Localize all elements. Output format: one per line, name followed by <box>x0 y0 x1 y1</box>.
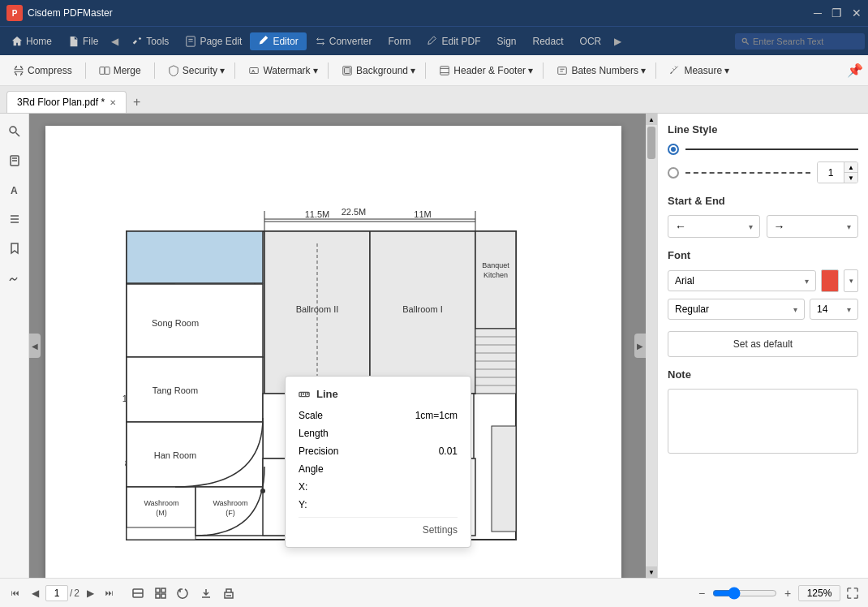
background-btn[interactable]: Background ▾ <box>333 62 420 80</box>
start-end-section: Start & End ← ▾ → ▾ <box>668 195 858 238</box>
toolbar: Compress Merge Security ▾ Watermark ▾ Ba… <box>0 55 868 86</box>
menu-item-form[interactable]: Form <box>380 32 419 50</box>
fullscreen-btn[interactable] <box>844 584 862 602</box>
compress-btn[interactable]: Compress <box>5 62 80 80</box>
dash-increment-btn[interactable]: ▲ <box>844 162 857 173</box>
dashed-radio[interactable] <box>668 167 679 179</box>
pdf-canvas: 22.5M 11.5M 11M Ballroom II <box>29 114 646 578</box>
menu-item-file[interactable]: File <box>60 32 106 50</box>
line-popup: Line Scale 1cm=1cm Length Precision 0.01 <box>285 376 471 548</box>
watermark-btn[interactable]: Watermark ▾ <box>240 62 323 80</box>
v-scrollbar[interactable]: ▲ ▼ <box>646 114 657 578</box>
merge-btn[interactable]: Merge <box>91 62 149 80</box>
watermark-icon <box>248 65 260 76</box>
font-style-row: Regular ▾ 14 ▾ <box>668 299 858 320</box>
tab-1[interactable]: 3Rd Floor Plan.pdf * ✕ <box>6 91 127 113</box>
font-name-select[interactable]: Arial ▾ <box>668 270 816 291</box>
start-arrow-select[interactable]: ← ▾ <box>668 215 760 238</box>
prev-page-btn[interactable]: ◀ <box>26 584 44 602</box>
add-tab-btn[interactable]: + <box>127 92 147 113</box>
tab-label: 3Rd Floor Plan.pdf * <box>17 97 105 108</box>
menu-item-editor[interactable]: Editor <box>250 32 306 50</box>
fit-page-btn[interactable] <box>128 583 148 603</box>
svg-line-21 <box>15 133 19 137</box>
first-page-btn[interactable]: ⏮ <box>6 584 24 602</box>
zoom-in-btn[interactable]: + <box>780 586 795 601</box>
sidebar-list[interactable] <box>3 208 26 230</box>
svg-text:Washroom: Washroom <box>144 499 178 507</box>
measure-btn[interactable]: Measure ▾ <box>661 62 734 80</box>
next-page-btn[interactable]: ▶ <box>81 584 99 602</box>
svg-text:Ballroom I: Ballroom I <box>402 304 443 314</box>
svg-text:A: A <box>11 185 18 196</box>
download-btn[interactable] <box>196 583 216 603</box>
dashed-line-preview <box>685 172 810 174</box>
last-page-btn[interactable]: ⏭ <box>101 584 118 602</box>
tab-close[interactable]: ✕ <box>110 98 116 107</box>
sidebar-bookmark[interactable] <box>3 237 26 260</box>
search-sidebar-icon <box>8 125 21 138</box>
scroll-up-btn[interactable]: ▲ <box>646 114 657 125</box>
sidebar-pages[interactable] <box>3 149 26 172</box>
security-btn[interactable]: Security ▾ <box>160 62 230 80</box>
font-name-value: Arial <box>675 275 694 286</box>
sidebar-search[interactable] <box>3 120 26 143</box>
page-number-input[interactable] <box>45 585 68 601</box>
sidebar-signature[interactable] <box>3 266 26 289</box>
thumbnail-btn[interactable] <box>151 583 170 603</box>
close-btn[interactable]: ✕ <box>852 6 862 19</box>
minimize-btn[interactable]: ─ <box>814 6 822 19</box>
zoom-percentage: 125% <box>807 588 832 599</box>
dash-value-input[interactable] <box>818 162 844 183</box>
menu-item-edit-pdf[interactable]: Edit PDF <box>419 32 488 50</box>
header-footer-btn[interactable]: Header & Footer ▾ <box>431 62 538 80</box>
bates-btn[interactable]: Bates Numbers ▾ <box>548 62 651 80</box>
font-color-arrow[interactable]: ▾ <box>844 269 858 292</box>
popup-row-angle: Angle <box>299 463 458 475</box>
menu-item-converter[interactable]: Converter <box>307 32 380 50</box>
zoom-value-display[interactable]: 125% <box>798 585 840 601</box>
svg-text:Washroom: Washroom <box>213 499 247 507</box>
sidebar-text[interactable]: A <box>3 179 26 201</box>
popup-settings-link[interactable]: Settings <box>299 517 458 536</box>
set-default-btn[interactable]: Set as default <box>668 331 858 357</box>
right-collapse-btn[interactable]: ▶ <box>634 334 646 358</box>
scroll-down-btn[interactable]: ▼ <box>646 566 657 578</box>
font-size-select[interactable]: 14 ▾ <box>810 299 858 320</box>
font-style-select[interactable]: Regular ▾ <box>668 299 805 320</box>
rotate-btn[interactable] <box>174 583 193 603</box>
menu-item-ocr[interactable]: OCR <box>572 32 610 50</box>
download-icon <box>200 587 213 600</box>
scroll-thumb[interactable] <box>647 127 655 159</box>
right-panel: Line Style ▲ ▼ <box>657 114 868 578</box>
print-btn[interactable] <box>219 583 238 603</box>
note-input[interactable] <box>668 389 858 454</box>
menu-item-page-edit[interactable]: Page Edit <box>177 32 250 50</box>
zoom-slider[interactable] <box>712 587 777 600</box>
nav-forward[interactable]: ▶ <box>609 32 626 50</box>
restore-btn[interactable]: ❐ <box>831 6 842 19</box>
menu-item-sign[interactable]: Sign <box>488 32 524 50</box>
left-collapse-btn[interactable]: ◀ <box>29 334 41 358</box>
popup-row-precision: Precision 0.01 <box>299 446 458 457</box>
main-content: A ◀ <box>0 114 868 578</box>
total-pages: 2 <box>74 588 79 599</box>
arrow-row: ← ▾ → ▾ <box>668 215 858 238</box>
font-color-box[interactable] <box>821 269 839 292</box>
search-input[interactable] <box>753 37 858 46</box>
end-arrow-select[interactable]: → ▾ <box>767 215 859 238</box>
menu-item-home[interactable]: Home <box>3 32 60 50</box>
zoom-out-btn[interactable]: − <box>694 586 709 601</box>
svg-rect-70 <box>127 527 196 540</box>
editor-icon <box>258 36 269 47</box>
pin-icon[interactable]: 📌 <box>847 62 863 78</box>
converter-icon <box>315 36 326 47</box>
menu-item-tools[interactable]: Tools <box>123 32 177 50</box>
solid-radio[interactable] <box>668 144 679 155</box>
nav-back[interactable]: ◀ <box>106 32 123 50</box>
svg-text:Kitchen: Kitchen <box>483 271 508 279</box>
sep5 <box>425 62 426 79</box>
menu-item-redact[interactable]: Redact <box>525 32 572 50</box>
dash-decrement-btn[interactable]: ▼ <box>844 173 857 183</box>
font-size-chevron: ▾ <box>847 305 851 314</box>
